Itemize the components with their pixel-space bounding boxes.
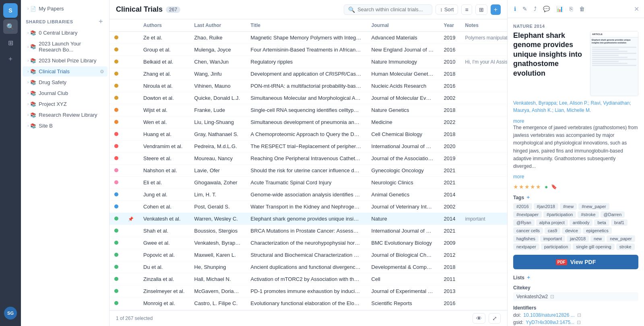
search-input[interactable] bbox=[357, 6, 428, 12]
tag[interactable]: @Ryan bbox=[513, 219, 535, 226]
sidebar-item-launch[interactable]: › 📚 2023 Launch Your Research Bo... bbox=[23, 39, 107, 55]
tag[interactable]: new_paper bbox=[607, 235, 635, 242]
tag[interactable]: nextpaper bbox=[513, 243, 539, 250]
table-row[interactable]: Niroula et al. Vihinen, Mauno PON-mt-tRN… bbox=[109, 80, 507, 92]
table-row[interactable]: Wen et al. Liu, Ling-Shuang Simultaneous… bbox=[109, 116, 507, 128]
table-row[interactable]: Monroig et al. Castro, L. Filipe C. Evol… bbox=[109, 297, 507, 309]
more-link-2[interactable]: more bbox=[513, 174, 524, 180]
view-pdf-button[interactable]: PDF View PDF bbox=[513, 255, 638, 269]
delete-panel-btn[interactable]: 🗑 bbox=[578, 4, 586, 14]
comment-panel-btn[interactable]: 💬 bbox=[541, 4, 551, 14]
app-logo[interactable]: S bbox=[3, 3, 18, 18]
sidebar-item-project[interactable]: › 📚 Project XYZ bbox=[23, 99, 107, 109]
tag[interactable]: #2016 bbox=[513, 203, 532, 210]
table-row[interactable]: Jung et al. Lim, H. T. Genome-wide assoc… bbox=[109, 189, 507, 201]
eye-btn[interactable]: 👁 bbox=[473, 313, 485, 324]
tag[interactable]: #stroke bbox=[578, 211, 599, 218]
star-rating[interactable]: ★★★★★ bbox=[513, 184, 541, 190]
add-nav-btn[interactable]: ＋ bbox=[3, 52, 18, 66]
tag[interactable]: #nextpaper bbox=[513, 211, 542, 218]
table-row[interactable]: Belkaid et al. Chen, WanJun Regulatory r… bbox=[109, 56, 507, 68]
table-row[interactable]: Nahshon et al. Lavie, Ofer Should the ri… bbox=[109, 165, 507, 177]
col-year[interactable]: Year bbox=[439, 19, 460, 32]
sidebar-item-my-papers[interactable]: › 📄 My Papers bbox=[23, 4, 107, 14]
col-notes[interactable]: Notes bbox=[460, 19, 507, 32]
table-row[interactable]: Cohen et al. Post, Gerald S. Water Trans… bbox=[109, 201, 507, 213]
col-last-author[interactable]: Last Author bbox=[190, 19, 246, 32]
table-row[interactable]: 📌 Venkatesh et al. Warren, Wesley C. Ele… bbox=[109, 213, 507, 225]
tag[interactable]: cas9 bbox=[545, 227, 560, 234]
tag[interactable]: antibody bbox=[570, 219, 593, 226]
tag[interactable]: braf1 bbox=[611, 219, 627, 226]
row-year: 2018 bbox=[439, 128, 460, 140]
table-row[interactable]: Huang et al. Gray, Nathanael S. A Chemop… bbox=[109, 128, 507, 140]
sidebar-item-clinical[interactable]: › 📚 Clinical Trials ⚙ bbox=[23, 66, 107, 76]
table-row[interactable]: Steere et al. Moureau, Nancy Reaching On… bbox=[109, 153, 507, 165]
tag[interactable]: @Darren bbox=[601, 211, 625, 218]
sidebar-item-drug[interactable]: › 📚 Drug Safety bbox=[23, 77, 107, 87]
col-authors[interactable]: Authors bbox=[138, 19, 190, 32]
copy-panel-btn[interactable]: ⎘ bbox=[568, 4, 574, 14]
tag[interactable]: single gill opening bbox=[573, 243, 614, 250]
share-panel-btn[interactable]: ⤴ bbox=[532, 4, 538, 14]
tag[interactable]: jan2018 bbox=[567, 235, 589, 242]
more-link[interactable]: more bbox=[513, 118, 524, 124]
tag[interactable]: #new bbox=[560, 203, 577, 210]
edit-panel-btn[interactable]: ✎ bbox=[521, 4, 529, 14]
tag[interactable]: #new_paper bbox=[578, 203, 609, 210]
table-row[interactable]: Wijst et al. Franke, Lude Single-cell RN… bbox=[109, 104, 507, 116]
table-row[interactable]: Vendramim et al. Pedreira, M.d.L.G. The … bbox=[109, 140, 507, 153]
table-row[interactable]: Zinzalla et al. Hall, Michael N. Activat… bbox=[109, 273, 507, 285]
add-paper-btn[interactable]: + bbox=[491, 4, 501, 15]
sidebar-item-research[interactable]: › 📚 Research Review Library bbox=[23, 110, 107, 120]
tag[interactable]: participation bbox=[541, 243, 571, 250]
tag[interactable]: alpha project bbox=[536, 219, 568, 226]
table-row[interactable]: Du et al. He, Shunping Ancient duplicati… bbox=[109, 261, 507, 273]
table-row[interactable]: Popovic et al. Maxwell, Karen L. Structu… bbox=[109, 249, 507, 261]
tag[interactable]: important bbox=[540, 235, 565, 242]
grid-nav-btn[interactable]: ⊞ bbox=[3, 35, 18, 50]
settings-icon[interactable]: ⚙ bbox=[100, 69, 104, 74]
table-row[interactable]: Ze et al. Zhao, Ruike Magnetic Shape Mem… bbox=[109, 32, 507, 44]
table-row[interactable]: Gwee et al. Venkatesh, Byrappa Character… bbox=[109, 237, 507, 249]
sidebar-item-site[interactable]: › 📚 Site B bbox=[23, 121, 107, 131]
table-row[interactable]: Dowton et al. Quicke, Donald L.J. Simult… bbox=[109, 92, 507, 104]
copy-identifier-btn[interactable]: ⊡ bbox=[577, 320, 581, 325]
tag[interactable]: hagfishes bbox=[513, 235, 539, 242]
col-title[interactable]: Title bbox=[246, 19, 367, 32]
tag[interactable]: #participation bbox=[543, 211, 576, 218]
table-row[interactable]: Shah et al. Boussios, Stergios BRCA Muta… bbox=[109, 225, 507, 237]
chart-panel-btn[interactable]: 📊 bbox=[555, 4, 565, 14]
table-row[interactable]: Zinselmeyer et al. McGavern, Dorian B. P… bbox=[109, 285, 507, 297]
tag[interactable]: stroke bbox=[616, 243, 635, 250]
info-panel-btn[interactable]: ℹ bbox=[512, 4, 518, 14]
close-panel-btn[interactable]: ✕ bbox=[634, 5, 639, 13]
sidebar-item-journal[interactable]: › 📚 Journal Club bbox=[23, 88, 107, 98]
tag[interactable]: #jan2018 bbox=[534, 203, 558, 210]
expand-btn[interactable]: ⤢ bbox=[489, 313, 501, 324]
tag[interactable]: epigenetics bbox=[583, 227, 612, 234]
copy-identifier-btn[interactable]: ⊡ bbox=[577, 312, 581, 318]
copy-citekey-btn[interactable]: ⊡ bbox=[550, 294, 554, 299]
add-list-btn[interactable]: ＋ bbox=[526, 274, 531, 281]
search-nav-btn[interactable]: 🔍 bbox=[3, 19, 18, 34]
col-journal[interactable]: Journal bbox=[367, 19, 439, 32]
sort-button[interactable]: ↕ Sort bbox=[436, 4, 458, 14]
list-view-btn[interactable]: ≡ bbox=[461, 4, 472, 15]
tag[interactable]: cancer cells bbox=[513, 227, 543, 234]
row-authors: Nahshon et al. bbox=[138, 165, 190, 177]
table-row[interactable]: Group et al. Mulenga, Joyce Four Artemis… bbox=[109, 44, 507, 56]
add-library-btn[interactable]: ＋ bbox=[97, 17, 104, 26]
paper-authors[interactable]: Venkatesh, Byrappa; Lee, Alison P.; Ravi… bbox=[513, 99, 638, 114]
table-row[interactable]: Eli et al. Ghogawala, Zoher Acute Trauma… bbox=[109, 177, 507, 189]
grid-view-btn[interactable]: ⊞ bbox=[475, 4, 487, 15]
sidebar-item-nobel[interactable]: › 📚 2023 Nobel Prize Library bbox=[23, 56, 107, 66]
avatar[interactable]: SG bbox=[4, 307, 17, 320]
sidebar-item-central[interactable]: › 📚 0 Central Library bbox=[23, 28, 107, 38]
tag[interactable]: device bbox=[562, 227, 581, 234]
table-row[interactable]: Zhang et al. Wang, Jinfu Development and… bbox=[109, 68, 507, 80]
row-pin bbox=[123, 44, 138, 56]
tag[interactable]: beta bbox=[594, 219, 609, 226]
add-tag-btn[interactable]: ＋ bbox=[526, 194, 530, 201]
tag[interactable]: new bbox=[590, 235, 605, 242]
